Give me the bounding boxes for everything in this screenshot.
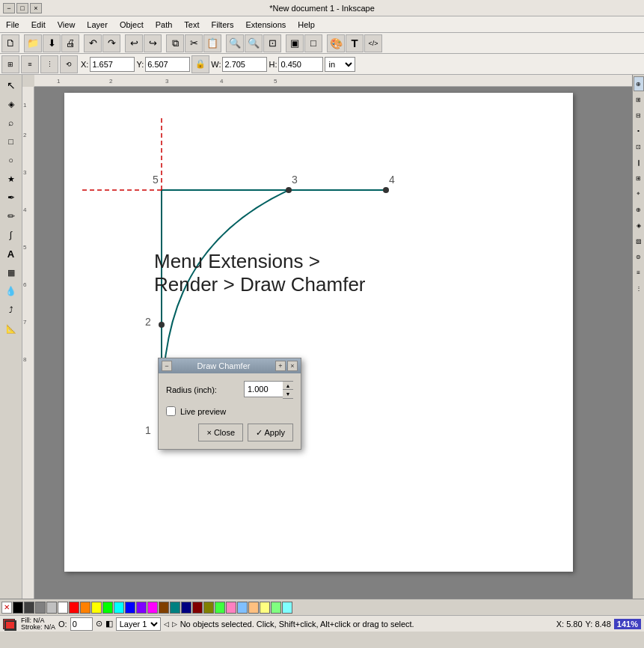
- menu-path[interactable]: Path: [150, 19, 179, 31]
- menu-text[interactable]: Text: [178, 19, 205, 31]
- xml-button[interactable]: </>: [364, 34, 382, 52]
- menu-edit[interactable]: Edit: [25, 19, 52, 31]
- ellipse-tool[interactable]: ○: [2, 151, 20, 169]
- radius-spin-up[interactable]: ▲: [283, 382, 293, 390]
- color-swatch-darkgray[interactable]: [24, 602, 34, 614]
- new-button[interactable]: 🗋: [1, 34, 19, 52]
- transform-button[interactable]: ⟲: [60, 55, 78, 73]
- cut-button[interactable]: ✂: [185, 34, 203, 52]
- snap-btn-12[interactable]: ⊜: [634, 249, 644, 264]
- zoom-fit-button[interactable]: ⊡: [263, 34, 281, 52]
- snap-toggle[interactable]: ⊞: [1, 55, 19, 73]
- select-tool[interactable]: ↖: [2, 76, 20, 94]
- menu-file[interactable]: File: [0, 19, 25, 31]
- radius-spin-down[interactable]: ▼: [283, 390, 293, 398]
- color-swatch-teal[interactable]: [170, 602, 180, 614]
- snap-btn-7[interactable]: ⊞: [634, 171, 644, 186]
- color-swatch-navy[interactable]: [181, 602, 191, 614]
- next-layer-button[interactable]: ▷: [172, 620, 177, 628]
- zoom-in-button[interactable]: 🔍: [226, 34, 244, 52]
- rect-tool[interactable]: □: [2, 132, 20, 150]
- menu-object[interactable]: Object: [114, 19, 150, 31]
- snap-btn-9[interactable]: ⊕: [634, 202, 644, 217]
- apply-button[interactable]: ✓ Apply: [248, 424, 293, 441]
- dialog-close-button[interactable]: ×: [287, 361, 298, 371]
- lock-button[interactable]: 🔒: [191, 55, 209, 73]
- color-swatch-lightyellow[interactable]: [260, 602, 270, 614]
- snap-btn-4[interactable]: ∘: [634, 123, 644, 138]
- align-button[interactable]: ≡: [21, 55, 39, 73]
- menu-filters[interactable]: Filters: [206, 19, 240, 31]
- export-button[interactable]: ↷: [102, 34, 120, 52]
- color-swatch-purple[interactable]: [136, 602, 147, 614]
- dialog-minimize-button[interactable]: −: [162, 361, 172, 371]
- w-input[interactable]: [222, 57, 267, 72]
- color-swatch-magenta[interactable]: [147, 602, 158, 614]
- layer-select[interactable]: Layer 1: [116, 617, 161, 631]
- snap-btn-13[interactable]: ≡: [634, 265, 644, 280]
- print-button[interactable]: 🖨: [61, 34, 79, 52]
- menu-help[interactable]: Help: [292, 19, 321, 31]
- fill-indicator[interactable]: [3, 619, 18, 629]
- no-fill-swatch[interactable]: ✕: [1, 602, 12, 614]
- menu-layer[interactable]: Layer: [81, 19, 114, 31]
- prev-layer-button[interactable]: ◁: [164, 620, 169, 628]
- dialog-titlebar[interactable]: − Draw Chamfer + ×: [159, 358, 301, 373]
- undo-button[interactable]: ↩: [125, 34, 143, 52]
- radius-input[interactable]: [244, 381, 283, 397]
- color-swatch-black[interactable]: [13, 602, 23, 614]
- color-swatch-green[interactable]: [102, 602, 113, 614]
- snap-btn-5[interactable]: ⊡: [634, 139, 644, 154]
- text-button[interactable]: T: [346, 34, 364, 52]
- color-swatch-skyblue[interactable]: [237, 602, 248, 614]
- snap-btn-6[interactable]: ∥: [634, 155, 644, 170]
- color-swatch-yellow[interactable]: [91, 602, 102, 614]
- snap-btn-10[interactable]: ◈: [634, 218, 644, 233]
- dropper-tool[interactable]: 💧: [2, 282, 20, 300]
- color-swatch-red[interactable]: [69, 602, 79, 614]
- color-swatch-brown[interactable]: [159, 602, 169, 614]
- menu-view[interactable]: View: [52, 19, 82, 31]
- unit-select[interactable]: inpxmmcm: [325, 57, 355, 72]
- color-swatch-pink[interactable]: [226, 602, 236, 614]
- color-swatch-orange[interactable]: [80, 602, 91, 614]
- opacity-input[interactable]: [70, 617, 93, 631]
- color-swatch-lime[interactable]: [215, 602, 225, 614]
- connector-tool[interactable]: ⤴: [2, 301, 20, 319]
- color-swatch-olive[interactable]: [203, 602, 214, 614]
- color-swatch-gray[interactable]: [35, 602, 46, 614]
- color-swatch-white[interactable]: [58, 602, 68, 614]
- star-tool[interactable]: ★: [2, 170, 20, 188]
- dialog-plus-button[interactable]: +: [275, 361, 286, 371]
- open-button[interactable]: 📁: [24, 34, 42, 52]
- measure-tool[interactable]: 📐: [2, 320, 20, 337]
- color-swatch-lightgreen[interactable]: [271, 602, 281, 614]
- gradient-tool[interactable]: ▦: [2, 263, 20, 281]
- pen-tool[interactable]: ✒: [2, 189, 20, 207]
- redo-button[interactable]: ↪: [144, 34, 162, 52]
- copy-button[interactable]: ⧉: [166, 34, 184, 52]
- h-input[interactable]: [278, 57, 323, 72]
- snap-btn-8[interactable]: ⌖: [634, 186, 644, 201]
- text-tool[interactable]: A: [2, 245, 20, 263]
- snap-btn-11[interactable]: ▧: [634, 233, 644, 248]
- snap-btn-2[interactable]: ⊞: [634, 92, 644, 107]
- minimize-button[interactable]: −: [3, 3, 15, 13]
- pencil-tool[interactable]: ✏: [2, 207, 20, 225]
- canvas[interactable]: 1 2 3 4 5 Menu Extensions > Render > Dra…: [34, 87, 632, 599]
- y-input[interactable]: [145, 57, 190, 72]
- menu-extensions[interactable]: Extensions: [239, 19, 292, 31]
- color-swatch-blue[interactable]: [125, 602, 135, 614]
- color-swatch-lightcyan[interactable]: [282, 602, 292, 614]
- color-swatch-darkred[interactable]: [192, 602, 203, 614]
- fill-button[interactable]: 🎨: [327, 34, 345, 52]
- maximize-button[interactable]: □: [16, 3, 28, 13]
- close-button[interactable]: ×: [30, 3, 42, 13]
- save-button[interactable]: ⬇: [43, 34, 61, 52]
- x-input[interactable]: [90, 57, 135, 72]
- color-swatch-peach[interactable]: [248, 602, 259, 614]
- node-tool[interactable]: ◈: [2, 95, 20, 113]
- color-swatch-lightgray[interactable]: [46, 602, 57, 614]
- zoom-out-button[interactable]: 🔍: [245, 34, 263, 52]
- calligraphy-tool[interactable]: ∫: [2, 226, 20, 244]
